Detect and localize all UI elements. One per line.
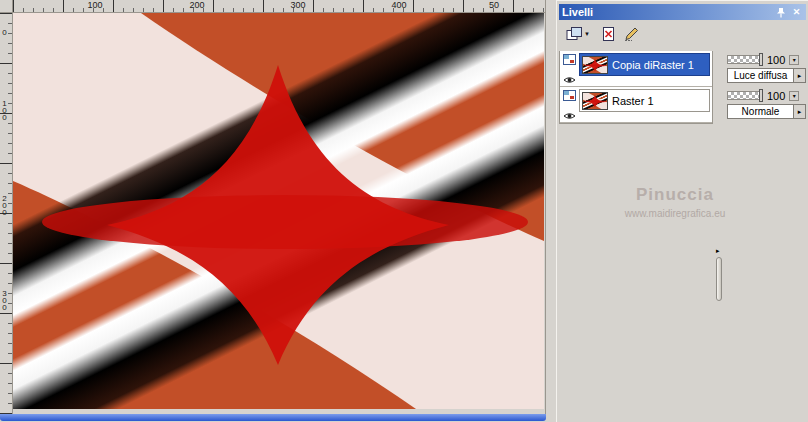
horizontal-ruler: 100 200 300 400 50 (13, 0, 546, 13)
ruler-label: 100 (87, 0, 102, 10)
ruler-label: 0 (0, 28, 9, 35)
ruler-corner (0, 0, 13, 13)
watermark: Pinuccia www.maidiregrafica.eu (587, 185, 763, 219)
new-layer-icon (566, 27, 583, 41)
opacity-slider[interactable] (727, 91, 763, 100)
blend-dropdown-arrow-icon[interactable]: ▸ (794, 68, 806, 83)
collapse-arrow-icon[interactable]: ▸ (716, 247, 720, 255)
watermark-name: Pinuccia (587, 185, 763, 205)
layer-name: Raster 1 (612, 95, 654, 107)
ruler-label: 300 (0, 289, 9, 310)
layers-list: Copia diRaster 1 Raster 1 (559, 51, 713, 124)
layers-palette: Livelli ✕ ▼ (556, 0, 808, 422)
close-icon[interactable]: ✕ (790, 6, 803, 19)
opacity-menu-button[interactable]: ▾ (789, 91, 799, 101)
delete-layer-button[interactable] (597, 23, 619, 45)
active-window-border (0, 414, 546, 421)
layer-thumbnail[interactable] (582, 92, 608, 110)
palette-toolbar: ▼ (559, 21, 806, 49)
image-window: 100 200 300 400 50 0 100 200 300 (0, 0, 546, 414)
layer-thumbnail[interactable] (582, 56, 608, 74)
raster-layer-icon (563, 90, 576, 101)
visibility-eye-icon[interactable] (563, 107, 576, 117)
opacity-value: 100 (767, 54, 785, 66)
layer-controls-group: 100 ▾ Luce diffusa ▸ (727, 51, 806, 87)
splitter-handle[interactable] (716, 257, 722, 301)
layer-row-copia-diraster-1[interactable]: Copia diRaster 1 (560, 51, 712, 87)
app-window: 100 200 300 400 50 0 100 200 300 Livelli… (0, 0, 808, 422)
ruler-label: 200 (0, 194, 9, 215)
canvas-image[interactable] (13, 13, 544, 409)
new-layer-button[interactable]: ▼ (563, 23, 593, 45)
blend-mode-select[interactable]: Normale (727, 104, 794, 119)
palette-title: Livelli (562, 6, 771, 18)
layer-name: Copia diRaster 1 (612, 59, 694, 71)
pin-icon[interactable] (774, 6, 787, 19)
palette-splitter[interactable]: ▸ (714, 51, 725, 418)
ruler-label: 400 (391, 0, 406, 10)
layer-row-main[interactable]: Copia diRaster 1 (579, 53, 710, 76)
vertical-ruler: 0 100 200 300 (0, 13, 13, 414)
chevron-down-icon: ▼ (584, 31, 590, 37)
layer-controls-group: 100 ▾ Normale ▸ (727, 87, 806, 123)
blend-dropdown-arrow-icon[interactable]: ▸ (794, 104, 806, 119)
delete-layer-icon (601, 27, 616, 41)
ruler-label: 50 (489, 0, 499, 10)
opacity-value: 100 (767, 90, 785, 102)
opacity-slider-thumb[interactable] (759, 53, 763, 66)
layer-controls-column: 100 ▾ Luce diffusa ▸ 100 ▾ Normale (727, 51, 806, 123)
opacity-slider[interactable] (727, 55, 763, 64)
watermark-url: www.maidiregrafica.eu (587, 208, 763, 219)
layer-row-main[interactable]: Raster 1 (579, 89, 710, 112)
visibility-eye-icon[interactable] (563, 71, 576, 81)
palette-titlebar[interactable]: Livelli ✕ (559, 4, 806, 20)
window-border (545, 0, 546, 414)
edit-selection-button[interactable] (621, 23, 643, 45)
opacity-slider-thumb[interactable] (759, 89, 763, 102)
raster-layer-icon (563, 54, 576, 65)
blend-mode-select[interactable]: Luce diffusa (727, 68, 794, 83)
edit-layer-icon (624, 27, 640, 41)
ruler-label: 300 (290, 0, 305, 10)
layer-row-raster-1[interactable]: Raster 1 (560, 87, 712, 123)
ruler-label: 200 (189, 0, 204, 10)
ruler-label: 100 (0, 99, 9, 120)
opacity-menu-button[interactable]: ▾ (789, 55, 799, 65)
